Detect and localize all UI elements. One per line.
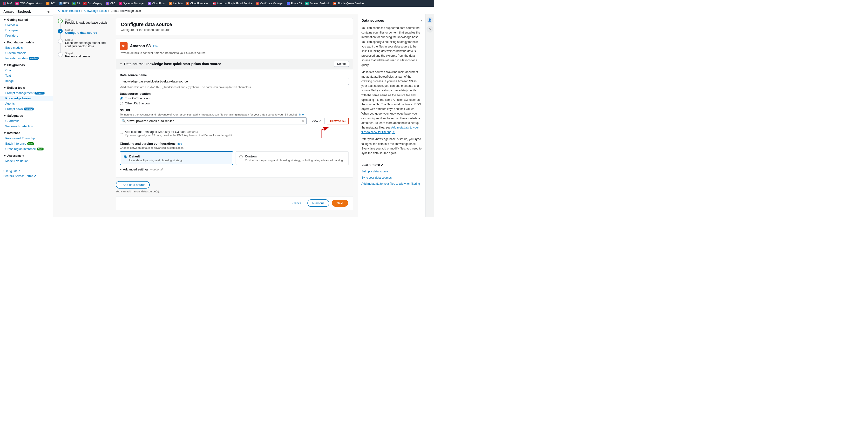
preview-badge: Preview [29,57,39,60]
nav-service-route53[interactable]: 🌐 Route 53 [285,1,303,5]
s3-info-link[interactable]: Info [153,44,157,48]
sidebar-collapse-button[interactable]: ◀ [47,10,50,13]
breadcrumb-knowledge-bases[interactable]: Knowledge bases [84,9,106,12]
location-other-account[interactable]: Other AWS account [120,101,349,105]
step-2-title: Configure data source [65,31,111,34]
sidebar-item-watermark[interactable]: Watermark detection [0,124,53,129]
sidebar-service-terms[interactable]: Bedrock Service Terms ↗ [3,174,50,179]
view-s3-button[interactable]: View ↗ [309,118,325,124]
datasource-name-hint: Valid characters are a-z, A-Z, 0-9, _ (u… [120,86,349,89]
sidebar-icon-btn-2[interactable]: ⚙ [427,26,433,33]
sidebar-item-overview[interactable]: Overview [0,23,53,28]
advanced-label: Advanced settings [123,167,149,171]
step-4-indicator [58,52,63,57]
right-panel-close[interactable]: › [421,19,422,23]
collapse-icon[interactable]: ▼ [120,63,122,65]
sidebar-section-playgrounds[interactable]: ▼ Playgrounds [0,61,53,68]
nav-service-sysmgr[interactable]: ⚙ Systems Manager [117,1,146,5]
kms-optional-tag: optional [187,130,198,133]
chevron-down-icon-6: ▼ [3,131,6,135]
location-this-label: This AWS account [125,96,151,100]
nav-service-ec2[interactable]: ⚡ EC2 [44,1,57,5]
sidebar-item-agents[interactable]: Agents [0,101,53,106]
previous-button[interactable]: Previous [307,199,329,207]
sidebar-item-imported-models[interactable]: Imported models Preview [0,56,53,61]
sidebar-item-custom-models[interactable]: Custom models [0,51,53,56]
learn-more-title: Learn more ↗ [362,162,422,167]
sidebar-item-knowledge-bases[interactable]: Knowledge bases [0,96,53,101]
sidebar-section-foundation[interactable]: ▼ Foundation models [0,38,53,45]
next-button[interactable]: Next [332,199,348,207]
chunking-default-radio[interactable] [124,155,127,158]
cancel-button[interactable]: Cancel [289,200,305,207]
sidebar-section-assessment[interactable]: ▼ Assessment [0,152,53,158]
s3-uri-field: S3 URI To increase the accuracy and rele… [120,108,349,124]
sidebar-item-batch-inference[interactable]: Batch inference New [0,141,53,146]
sidebar-title: Amazon Bedrock [3,10,31,13]
chunking-default-title: Default [129,155,183,158]
sidebar-section-getting-started[interactable]: ▼ Getting started [0,16,53,23]
chunking-default-desc: Uses default parsing and chunking strate… [129,159,183,162]
sidebar-item-examples[interactable]: Examples [0,28,53,33]
chunking-info-link[interactable]: Info [178,142,182,145]
sidebar-item-image[interactable]: Image [0,79,53,84]
step-1-label: Step 1 [65,18,111,21]
sidebar-item-cross-region[interactable]: Cross-region inference New [0,146,53,152]
nav-service-certmgr[interactable]: 🔐 Certificate Manager [254,1,285,5]
chunking-label-row: Chunking and parsing configurations Info [120,142,349,145]
sidebar-item-text[interactable]: Text [0,73,53,79]
nav-service-orgs[interactable]: 🏢 AWS Organizations [14,1,44,5]
nav-service-rds[interactable]: 🗄 RDS [58,1,70,5]
kms-checkbox[interactable] [120,131,123,134]
s3-uri-clear-button[interactable]: ✕ [301,119,305,123]
sidebar-item-prov-throughput[interactable]: Provisioned Throughput [0,136,53,141]
sidebar-item-chat[interactable]: Chat [0,68,53,73]
wizard-step-2: ● Step 2 Configure data source [58,28,111,34]
chunking-default[interactable]: Default Uses default parsing and chunkin… [120,151,233,165]
nav-service-s3[interactable]: 🪣 S3 [71,1,81,5]
sidebar-item-base-models[interactable]: Base models [0,45,53,51]
sidebar-item-prompt-mgmt[interactable]: Prompt management Preview [0,90,53,96]
nav-service-cloudformation[interactable]: 📋 CloudFormation [184,1,211,5]
learn-more-setup[interactable]: Set up a data source [362,169,422,174]
content-area: ✓ Step 1 Provide knowledge base details … [53,14,358,217]
step-4-label: Step 4 [65,52,111,55]
add-datasource-button[interactable]: + Add data source [116,181,150,189]
learn-more-sync[interactable]: Sync your data sources [362,176,422,180]
sidebar-item-prompt-flows[interactable]: Prompt flows Preview [0,106,53,112]
sidebar-item-model-eval[interactable]: Model Evaluation [0,158,53,164]
sidebar-section-builder[interactable]: ▼ Builder tools [0,84,53,90]
sidebar-section-safeguards[interactable]: ▼ Safeguards [0,112,53,118]
right-panel-title: Data sources [362,18,384,23]
delete-button[interactable]: Delete [334,61,349,67]
nav-service-ses[interactable]: 📧 Amazon Simple Email Service [211,1,254,5]
nav-service-lambda[interactable]: λ Lambda [167,1,184,5]
sidebar-section-inference[interactable]: ▼ Inference [0,129,53,136]
learn-more-metadata[interactable]: Add metadata to your files to allow for … [362,182,422,186]
sidebar-icon-btn-1[interactable]: 👤 [427,17,433,23]
right-panel-para-3: After your knowledge base is set up, you… [362,137,422,156]
kms-hint: If you encrypted your S3 data, provide t… [125,134,233,137]
location-other-radio[interactable] [120,102,123,105]
location-this-account[interactable]: This AWS account [120,96,349,100]
nav-service-codedeploy[interactable]: 🚀 CodeDeploy [82,1,104,5]
datasource-name-input[interactable] [120,78,349,85]
sidebar-item-providers[interactable]: Providers [0,33,53,38]
advanced-settings[interactable]: ▶ Advanced settings – optional [120,165,349,174]
sidebar-item-guardrails[interactable]: Guardrails [0,118,53,124]
nav-service-cloudfront[interactable]: ☁ CloudFront [146,1,166,5]
location-this-radio[interactable] [120,97,123,100]
browse-s3-button[interactable]: Browse S3 [327,118,349,124]
rds-icon: 🗄 [59,2,62,5]
s3-uri-input[interactable] [120,117,307,124]
nav-service-vpc[interactable]: 🔒 VPC [104,1,117,5]
nav-service-iam[interactable]: 👤 IAM [1,1,13,5]
chunking-custom[interactable]: Custom Customize the parsing and chunkin… [236,151,349,165]
nav-service-sqs[interactable]: 📨 Simple Queue Service [332,1,365,5]
s3-uri-info-link[interactable]: Info [299,113,304,116]
chunking-custom-radio[interactable] [240,155,243,158]
sidebar-user-guide[interactable]: User guide ↗ [3,169,50,174]
bedrock-icon: 🤖 [305,2,309,5]
nav-service-bedrock[interactable]: 🤖 Amazon Bedrock [304,1,331,5]
breadcrumb-amazon-bedrock[interactable]: Amazon Bedrock [58,9,80,12]
